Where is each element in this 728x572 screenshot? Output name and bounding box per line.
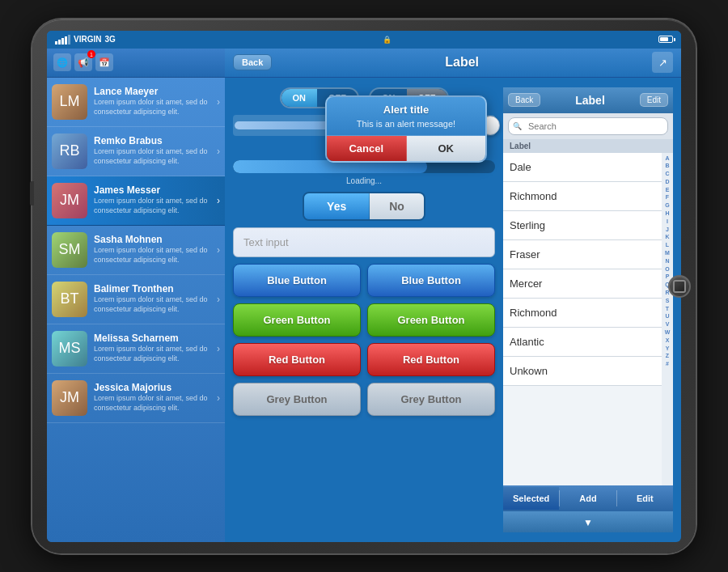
red-button-2[interactable]: Red Button: [367, 343, 495, 376]
alert-cancel-button[interactable]: Cancel: [327, 136, 407, 161]
list-item[interactable]: Sterling: [503, 211, 662, 240]
alpha-char-a[interactable]: A: [665, 155, 669, 163]
contact-item[interactable]: SM Sasha Mohnen Lorem ipsum dolor sit am…: [47, 226, 225, 275]
search-input[interactable]: [508, 117, 668, 135]
home-button[interactable]: [668, 275, 691, 298]
notification-icon[interactable]: 📢 1: [74, 53, 92, 71]
alpha-char-b[interactable]: B: [665, 162, 669, 170]
list-item[interactable]: Atlantic: [503, 328, 662, 357]
contact-item[interactable]: JM Jessica Majorius Lorem ipsum dolor si…: [47, 374, 225, 423]
contact-item[interactable]: JM James Messer Lorem ipsum dolor sit am…: [47, 176, 225, 226]
chevron-right-icon: ›: [217, 96, 220, 108]
panel-action-button[interactable]: ↗: [652, 52, 673, 73]
footer-add-button[interactable]: Add: [560, 487, 616, 510]
contact-name: Sasha Mohnen: [94, 234, 217, 245]
yes-button[interactable]: Yes: [304, 193, 370, 219]
alpha-char-i[interactable]: I: [667, 218, 668, 226]
contact-name: Lance Maeyer: [94, 86, 217, 97]
contact-description: Lorem ipsum dolor sit amet, sed do conse…: [94, 147, 217, 166]
alpha-char-c[interactable]: C: [665, 170, 669, 178]
alpha-char-j[interactable]: J: [666, 226, 669, 234]
search-bar: [503, 113, 673, 139]
red-button-1[interactable]: Red Button: [233, 343, 361, 376]
alpha-char-x[interactable]: X: [666, 337, 670, 345]
notification-badge: 1: [87, 50, 95, 58]
alpha-char-w[interactable]: W: [665, 328, 671, 337]
contact-info: James Messer Lorem ipsum dolor sit amet,…: [94, 184, 217, 215]
chevron-right-icon: ›: [217, 294, 220, 305]
avatar: BT: [52, 282, 87, 317]
calendar-icon[interactable]: 📅: [95, 53, 113, 71]
alpha-char-k[interactable]: K: [665, 233, 669, 241]
grey-button-1[interactable]: Grey Button: [233, 383, 361, 416]
blue-button-2[interactable]: Blue Button: [367, 264, 495, 297]
alpha-char-l[interactable]: L: [666, 241, 669, 249]
loading-text: Loading...: [233, 176, 495, 185]
alpha-char-g[interactable]: G: [665, 201, 669, 210]
list-item[interactable]: Richmond: [503, 299, 662, 328]
rp-edit-button[interactable]: Edit: [640, 93, 668, 107]
toggle-on-option[interactable]: ON: [281, 89, 318, 107]
rp-back-button[interactable]: Back: [508, 93, 540, 107]
alpha-char-e[interactable]: E: [666, 186, 670, 194]
yes-no-container: Yes No: [233, 192, 495, 221]
panel-title: Label: [445, 55, 479, 70]
contact-item[interactable]: LM Lance Maeyer Lorem ipsum dolor sit am…: [47, 78, 225, 127]
contact-description: Lorem ipsum dolor sit amet, sed do conse…: [94, 295, 217, 314]
side-button[interactable]: [30, 181, 34, 205]
alpha-char-s[interactable]: S: [666, 297, 670, 305]
list-item[interactable]: Dale: [503, 153, 662, 182]
sidebar-icons: 🌐 📢 1 📅: [53, 53, 113, 71]
blue-button-1[interactable]: Blue Button: [233, 264, 361, 297]
alpha-char-p[interactable]: P: [666, 273, 670, 281]
avatar: SM: [52, 232, 87, 268]
lock-icon: 🔒: [383, 36, 392, 44]
list-item[interactable]: Unkown: [503, 357, 662, 386]
network-label: 3G: [104, 35, 115, 44]
footer-selected-button[interactable]: Selected: [503, 487, 559, 510]
avatar: JM: [52, 380, 87, 416]
list-item[interactable]: Mercer: [503, 269, 662, 299]
alpha-char-d[interactable]: D: [665, 178, 669, 186]
grey-button-2[interactable]: Grey Button: [367, 383, 495, 416]
contact-description: Lorem ipsum dolor sit amet, sed do conse…: [94, 345, 217, 363]
contact-item[interactable]: MS Melissa Scharnem Lorem ipsum dolor si…: [47, 324, 225, 374]
list-item[interactable]: Richmond: [503, 182, 662, 211]
alpha-char-u[interactable]: U: [665, 312, 669, 320]
signal-bars: [55, 35, 70, 44]
avatar-initials: MS: [52, 331, 87, 367]
alpha-char-y[interactable]: Y: [666, 345, 670, 353]
green-button-2[interactable]: Green Button: [367, 303, 495, 337]
status-bar: VIRGIN 3G 🔒: [47, 31, 681, 49]
contact-name: Remko Brabus: [94, 135, 217, 146]
green-button-row: Green Button Green Button: [233, 303, 495, 337]
alpha-char-o[interactable]: O: [665, 265, 669, 273]
green-button-1[interactable]: Green Button: [233, 303, 361, 337]
chevron-right-icon: ›: [217, 343, 220, 354]
chevron-right-icon: ›: [217, 195, 220, 206]
alpha-char-z[interactable]: Z: [666, 352, 669, 360]
alpha-char-m[interactable]: M: [665, 249, 670, 257]
back-button[interactable]: Back: [233, 54, 272, 70]
alpha-char-h[interactable]: H: [665, 210, 669, 218]
text-input-field[interactable]: Text input: [233, 227, 495, 257]
list-item[interactable]: Fraser: [503, 240, 662, 269]
contact-item[interactable]: BT Balimer Tronthen Lorem ipsum dolor si…: [47, 275, 225, 324]
avatar-initials: LM: [52, 84, 87, 120]
contact-info: Lance Maeyer Lorem ipsum dolor sit amet,…: [94, 86, 217, 117]
alpha-char-t[interactable]: T: [666, 305, 669, 313]
alpha-char-v[interactable]: V: [666, 320, 670, 328]
contact-info: Jessica Majorius Lorem ipsum dolor sit a…: [94, 382, 217, 413]
contact-list: LM Lance Maeyer Lorem ipsum dolor sit am…: [47, 78, 225, 542]
alert-ok-button[interactable]: OK: [407, 136, 486, 161]
contact-name: Melissa Scharnem: [94, 333, 217, 344]
ipad-frame: VIRGIN 3G 🔒 🌐 📢: [32, 19, 696, 553]
alpha-char-n[interactable]: N: [665, 257, 669, 265]
contact-item[interactable]: RB Remko Brabus Lorem ipsum dolor sit am…: [47, 127, 225, 176]
no-button[interactable]: No: [370, 193, 424, 219]
alpha-char-f[interactable]: F: [666, 193, 669, 201]
footer-edit-button[interactable]: Edit: [617, 487, 673, 510]
contact-info: Remko Brabus Lorem ipsum dolor sit amet,…: [94, 135, 217, 166]
alpha-char-#[interactable]: #: [666, 360, 669, 368]
globe-icon[interactable]: 🌐: [53, 53, 71, 71]
